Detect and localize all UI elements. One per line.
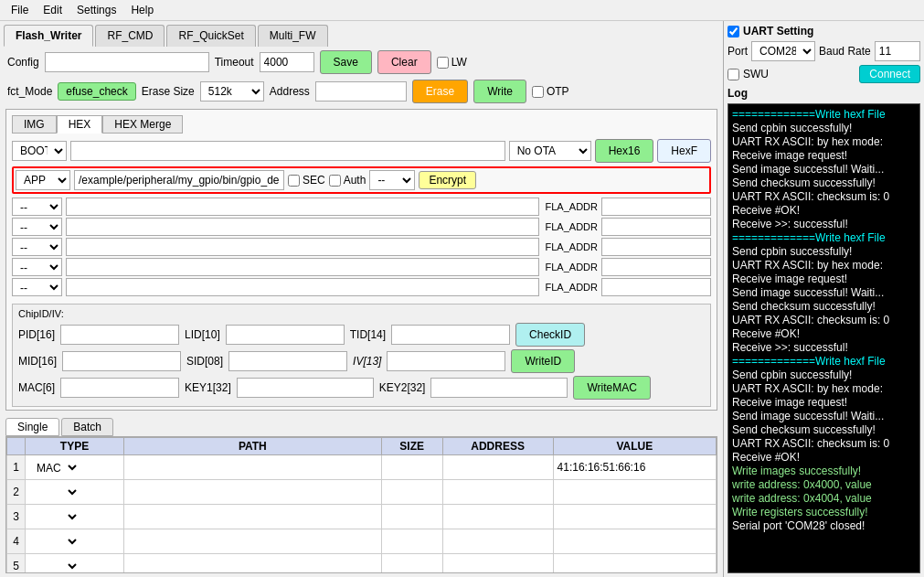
write-id-button[interactable]: WriteID xyxy=(511,349,575,373)
row-type-4[interactable] xyxy=(26,529,124,554)
address-label: Address xyxy=(270,85,310,98)
fla-dropdown-5[interactable]: -- xyxy=(12,278,62,296)
row-size-2 xyxy=(381,480,442,505)
fla-addr-5[interactable] xyxy=(601,278,711,296)
hexf-button[interactable]: HexF xyxy=(657,139,711,163)
row-type-5[interactable] xyxy=(26,554,124,574)
chip-row-1: PID[16] LID[10] TID[14] CheckID xyxy=(18,323,705,347)
fla-dropdown-1[interactable]: -- xyxy=(12,198,62,216)
pid-input[interactable] xyxy=(60,325,179,345)
swu-checkbox[interactable] xyxy=(728,69,739,80)
log-line: UART RX ASCII: by hex mode: xyxy=(732,259,916,272)
fla-row-1: -- FLA_ADDR xyxy=(12,198,711,216)
check-id-button[interactable]: CheckID xyxy=(515,323,585,347)
row-address-5 xyxy=(442,554,553,574)
mac-label: MAC[6] xyxy=(18,381,55,394)
fla-addr-2[interactable] xyxy=(601,218,711,236)
lid-input[interactable] xyxy=(226,325,345,345)
log-line: Send image successful! Waiti... xyxy=(732,286,916,299)
log-line: Send checksum successfully! xyxy=(732,423,916,436)
log-line: Receive #OK! xyxy=(732,327,916,340)
clear-button[interactable]: Clear xyxy=(377,50,431,74)
sec-checkbox[interactable] xyxy=(288,175,300,187)
chip-section: ChipID/IV: PID[16] LID[10] TID[14] Check… xyxy=(12,304,711,407)
fla-path-1[interactable] xyxy=(66,198,539,216)
fla-addr-3[interactable] xyxy=(601,238,711,256)
tab-hex-merge[interactable]: HEX Merge xyxy=(102,115,183,134)
app-path-input[interactable] xyxy=(74,170,284,190)
log-line: Send image successful! Waiti... xyxy=(732,163,916,176)
right-panel: UART Setting Port COM28 Baud Rate SWU Co… xyxy=(723,21,924,577)
app-row: APP SEC Auth -- Encrypt xyxy=(12,166,711,194)
mid-input[interactable] xyxy=(62,351,181,371)
address-input[interactable] xyxy=(315,81,407,102)
log-title: Log xyxy=(728,87,920,100)
tab-rf-quickset[interactable]: RF_QuickSet xyxy=(166,25,255,47)
key1-label: KEY1[32] xyxy=(185,381,231,394)
chip-title: ChipID/IV: xyxy=(18,308,705,319)
otp-checkbox[interactable] xyxy=(532,86,544,98)
mac-input[interactable] xyxy=(60,378,179,398)
uart-checkbox[interactable] xyxy=(728,26,739,37)
timeout-input[interactable] xyxy=(260,52,314,72)
fla-dropdown-3[interactable]: -- xyxy=(12,238,62,256)
encrypt-button[interactable]: Encrypt xyxy=(419,171,476,189)
tab-multi-fw[interactable]: Multi_FW xyxy=(258,25,328,47)
menu-settings[interactable]: Settings xyxy=(69,2,123,18)
menu-file[interactable]: File xyxy=(4,2,36,18)
erase-button[interactable]: Erase xyxy=(412,80,468,103)
data-table: TYPE PATH SIZE ADDRESS VALUE 1 MAC 41:16… xyxy=(6,437,717,573)
tab-single[interactable]: Single xyxy=(5,418,59,436)
connect-button[interactable]: Connect xyxy=(859,65,920,83)
erase-size-select[interactable]: 512k xyxy=(200,81,264,102)
fla-dropdown-4[interactable]: -- xyxy=(12,258,62,276)
app-fla-select[interactable]: -- xyxy=(369,170,415,190)
fla-path-3[interactable] xyxy=(66,238,539,256)
tab-img[interactable]: IMG xyxy=(12,115,57,134)
write-mac-button[interactable]: WriteMAC xyxy=(573,376,650,400)
row-path-3[interactable] xyxy=(123,505,381,529)
port-select[interactable]: COM28 xyxy=(751,41,815,61)
row-path-4[interactable] xyxy=(123,529,381,554)
row-path-1[interactable] xyxy=(123,455,381,480)
boot-dropdown[interactable]: BOOT xyxy=(12,141,67,161)
menu-help[interactable]: Help xyxy=(123,2,161,18)
tab-batch[interactable]: Batch xyxy=(61,418,113,436)
hex16-button[interactable]: Hex16 xyxy=(595,139,654,163)
key2-input[interactable] xyxy=(430,378,568,398)
menu-edit[interactable]: Edit xyxy=(36,2,69,18)
row-path-5[interactable] xyxy=(123,554,381,574)
key1-input[interactable] xyxy=(237,378,374,398)
inner-tab-bar: IMG HEX HEX Merge xyxy=(12,115,711,134)
log-line: Receive image request! xyxy=(732,149,916,162)
efuse-check-badge: efuse_check xyxy=(58,82,135,101)
lw-checkbox[interactable] xyxy=(437,57,449,69)
save-button[interactable]: Save xyxy=(320,50,372,74)
tab-flash-writer[interactable]: Flash_Writer xyxy=(4,25,93,47)
auth-checkbox[interactable] xyxy=(329,175,341,187)
ota-select[interactable]: No OTA xyxy=(509,141,591,161)
row-type-2[interactable] xyxy=(26,480,124,505)
fla-path-4[interactable] xyxy=(66,258,539,276)
fla-path-2[interactable] xyxy=(66,218,539,236)
row-type-3[interactable] xyxy=(26,505,124,529)
row-type-1[interactable]: MAC xyxy=(26,455,124,480)
app-dropdown[interactable]: APP xyxy=(16,170,70,190)
fla-addr-4[interactable] xyxy=(601,258,711,276)
baud-label: Baud Rate xyxy=(819,45,871,58)
sid-input[interactable] xyxy=(228,351,347,371)
row-path-2[interactable] xyxy=(123,480,381,505)
fla-dropdown-2[interactable]: -- xyxy=(12,218,62,236)
tab-rf-cmd[interactable]: RF_CMD xyxy=(95,25,165,47)
config-input[interactable] xyxy=(45,52,209,72)
fla-path-5[interactable] xyxy=(66,278,539,296)
log-line: write address: 0x4004, value xyxy=(732,492,916,505)
menu-bar: File Edit Settings Help xyxy=(0,0,924,21)
tab-hex[interactable]: HEX xyxy=(57,115,103,134)
baud-input[interactable] xyxy=(875,41,920,61)
fla-addr-1[interactable] xyxy=(601,198,711,216)
tid-input[interactable] xyxy=(391,325,510,345)
boot-path-input[interactable] xyxy=(70,141,505,161)
write-button[interactable]: Write xyxy=(473,80,526,103)
iv-input[interactable] xyxy=(387,351,505,371)
